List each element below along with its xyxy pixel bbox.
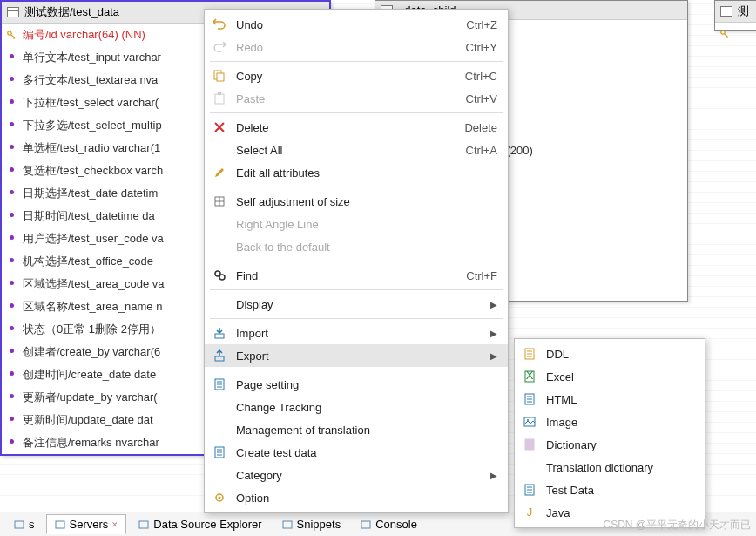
- column-dot-icon: [10, 394, 14, 398]
- menu-label: Dictionary: [546, 438, 694, 451]
- paste-icon: [212, 92, 227, 105]
- menu-item-html[interactable]: HTML: [515, 388, 705, 410]
- redo-icon: [212, 40, 227, 54]
- column-dot-icon: [10, 349, 14, 353]
- menu-label: Change Tracking: [236, 401, 497, 414]
- image-icon: [522, 415, 537, 429]
- table-header[interactable]: 测: [715, 1, 756, 23]
- menu-item-undo[interactable]: UndoCtrl+Z: [205, 13, 508, 36]
- menu-item-create-test-data[interactable]: Create test data: [205, 441, 508, 464]
- column-text: 创建者/create_by varchar(6: [23, 345, 160, 358]
- menu-item-select-all[interactable]: Select AllCtrl+A: [205, 139, 508, 161]
- menu-item-copy[interactable]: CopyCtrl+C: [205, 64, 508, 87]
- table-columns: [715, 23, 756, 30]
- menu-label: Delete: [236, 121, 456, 134]
- primary-key-icon: [720, 28, 729, 37]
- svg-text:J: J: [527, 506, 533, 519]
- shortcut: Ctrl+Y: [466, 41, 497, 54]
- column-text: 编号/id varchar(64) (NN): [23, 28, 145, 41]
- menu-item-category[interactable]: Category▶: [205, 464, 508, 486]
- separator: [210, 261, 503, 261]
- separator: [210, 289, 503, 290]
- edit-icon: [212, 166, 227, 180]
- menu-item-excel[interactable]: XExcel: [515, 365, 705, 388]
- menu-label: Test Data: [546, 484, 694, 497]
- table-partial[interactable]: 测: [714, 0, 756, 31]
- menu-label: Back to the default: [236, 241, 497, 254]
- menu-label: Option: [236, 492, 497, 505]
- svg-rect-51: [56, 521, 64, 528]
- tab-s[interactable]: s: [5, 514, 43, 534]
- menu-item-image[interactable]: Image: [515, 410, 705, 433]
- menu-item-page-setting[interactable]: Page setting: [205, 373, 508, 396]
- column-dot-icon: [10, 439, 14, 444]
- chevron-right-icon: ▶: [490, 329, 497, 338]
- tab-console[interactable]: Console: [352, 514, 425, 534]
- shortcut: Ctrl+Z: [466, 18, 497, 31]
- watermark: CSDN @平平无奇的小天才而已: [603, 518, 751, 533]
- menu-item-delete[interactable]: DeleteDelete: [205, 116, 508, 139]
- separator: [210, 370, 503, 370]
- menu-item-option[interactable]: Option: [205, 486, 508, 509]
- tab-icon: [360, 519, 372, 531]
- menu-label: Category: [236, 469, 482, 482]
- column[interactable]: [715, 23, 756, 30]
- tab-servers[interactable]: Servers✕: [46, 514, 127, 534]
- copy-icon: [212, 69, 227, 83]
- menu-item-translation-dictionary[interactable]: Translation dictionary: [515, 456, 705, 478]
- shortcut: Ctrl+V: [466, 92, 497, 105]
- menu-item-self-adjustment-of-size[interactable]: Self adjustment of size: [205, 190, 508, 213]
- svg-text:X: X: [526, 370, 534, 382]
- column-text: 用户选择/test_user_code va: [23, 232, 164, 245]
- menu-label: Edit all attributes: [236, 166, 497, 180]
- menu-item-right-angle-line: Right Angle Line: [205, 213, 508, 235]
- separator: [210, 318, 503, 319]
- tab-data-source-explorer[interactable]: Data Source Explorer: [130, 514, 269, 534]
- column-dot-icon: [10, 77, 14, 81]
- menu-item-dictionary[interactable]: Dictionary: [515, 433, 705, 456]
- tab-label: s: [29, 518, 35, 531]
- tab-icon: [281, 519, 294, 531]
- menu-item-display[interactable]: Display▶: [205, 293, 508, 315]
- menu-item-test-data[interactable]: Test Data: [515, 478, 705, 501]
- export-submenu[interactable]: DDLXExcelHTMLImageDictionaryTranslation …: [514, 338, 705, 528]
- diagram-canvas[interactable]: 测试数据/test_data 编号/id varchar(64) (NN)单行文…: [0, 0, 756, 505]
- shortcut: Ctrl+C: [465, 70, 497, 83]
- menu-label: Copy: [236, 70, 456, 83]
- column-dot-icon: [10, 235, 14, 240]
- menu-label: Image: [546, 416, 694, 429]
- column-dot-icon: [10, 122, 14, 126]
- svg-rect-54: [361, 521, 370, 528]
- svg-rect-20: [215, 334, 224, 338]
- menu-item-import[interactable]: Import▶: [205, 322, 508, 344]
- column-dot-icon: [10, 167, 14, 172]
- tab-snippets[interactable]: Snippets: [273, 514, 349, 534]
- svg-line-7: [725, 34, 729, 38]
- svg-rect-53: [283, 521, 292, 528]
- html-icon: [522, 392, 537, 406]
- menu-item-edit-all-attributes[interactable]: Edit all attributes: [205, 161, 508, 184]
- tab-icon: [54, 519, 66, 531]
- close-icon[interactable]: ✕: [111, 520, 118, 529]
- tab-icon: [13, 519, 25, 531]
- menu-item-paste: PasteCtrl+V: [205, 87, 508, 110]
- column-text: 日期选择/test_date datetim: [23, 187, 158, 200]
- column-text: 创建时间/create_date date: [23, 368, 156, 381]
- menu-item-export[interactable]: Export▶: [205, 344, 508, 367]
- data-icon: [212, 445, 227, 459]
- column-text: 多行文本/test_textarea nva: [23, 73, 158, 86]
- column-dot-icon: [10, 190, 14, 194]
- menu-label: Export: [236, 349, 482, 363]
- column-dot-icon: [10, 99, 14, 104]
- menu-item-management-of-translation[interactable]: Management of translation: [205, 418, 508, 441]
- menu-label: Undo: [236, 18, 457, 31]
- menu-item-change-tracking[interactable]: Change Tracking: [205, 396, 508, 418]
- context-menu[interactable]: UndoCtrl+ZRedoCtrl+YCopyCtrl+CPasteCtrl+…: [204, 9, 509, 513]
- column-text: 更新者/update_by varchar(: [23, 390, 158, 404]
- menu-item-find[interactable]: FindCtrl+F: [205, 264, 508, 287]
- undo-icon: [212, 17, 227, 31]
- svg-rect-50: [15, 521, 24, 528]
- menu-item-ddl[interactable]: DDL: [515, 343, 705, 365]
- column-text: 复选框/test_checkbox varch: [23, 164, 163, 177]
- menu-label: Page setting: [236, 378, 497, 391]
